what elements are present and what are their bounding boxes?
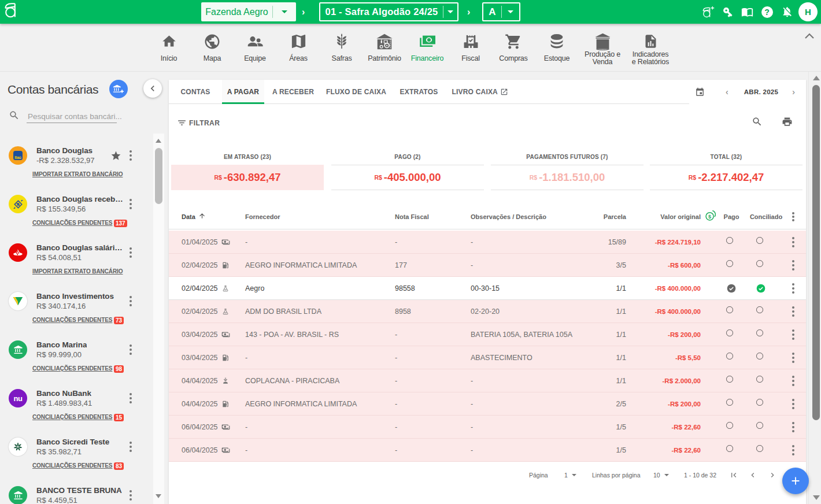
svg-text:$: $	[708, 214, 711, 220]
